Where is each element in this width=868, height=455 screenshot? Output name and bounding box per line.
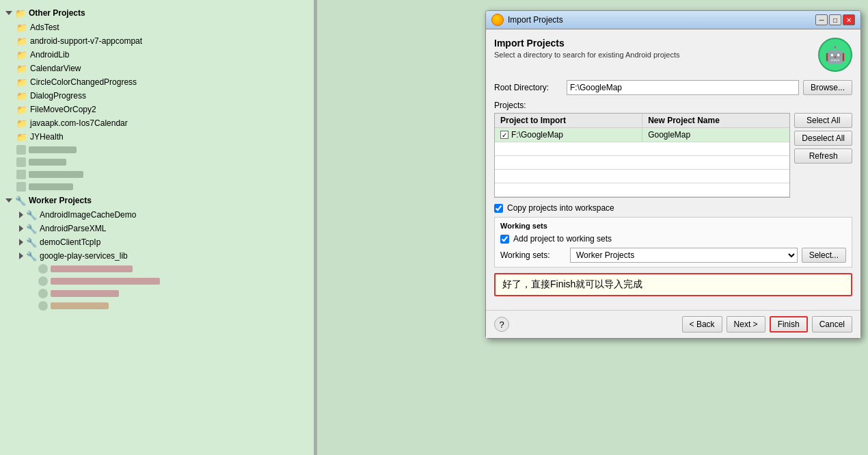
working-sets-group: Working sets Add project to working sets… — [494, 217, 852, 268]
item-label: android-support-v7-appcompat — [30, 36, 142, 46]
titlebar-buttons: ─ □ ✕ — [815, 14, 855, 25]
folder-icon: 📁 — [16, 49, 27, 60]
projects-label: Projects: — [494, 101, 852, 110]
table-empty-row — [495, 142, 789, 156]
row-checkbox[interactable]: ✓ — [500, 131, 508, 139]
folder-icon: 📁 — [16, 63, 27, 74]
item-label-blurred — [29, 171, 83, 178]
dialog-titlebar: Import Projects ─ □ ✕ — [486, 11, 860, 29]
folder-icon: 📁 — [16, 131, 27, 142]
list-item[interactable]: 📁 FileMoveOrCopy2 — [14, 103, 311, 116]
list-item[interactable]: 📁 CalendarView — [14, 62, 311, 75]
select-all-button[interactable]: Select All — [794, 113, 852, 128]
item-label: google-play-services_lib — [40, 251, 128, 261]
item-label: DialogProgress — [30, 91, 86, 101]
worker-projects-children: 🔧 AndroidImageCacheDemo 🔧 AndroidParseXM… — [14, 208, 311, 312]
help-icon[interactable]: ? — [494, 317, 509, 332]
table-action-buttons: Select All Deselect All Refresh — [794, 113, 852, 198]
close-button[interactable]: ✕ — [843, 14, 855, 25]
list-item[interactable]: 🔧 demoClientTcpIp — [14, 235, 311, 249]
browse-button[interactable]: Browse... — [803, 80, 852, 95]
root-directory-input[interactable] — [567, 80, 799, 95]
list-item[interactable]: 📁 CircleColorChangedProgress — [14, 75, 311, 89]
item-label-blurred — [51, 265, 133, 272]
dialog-body: Import Projects Select a directory to se… — [486, 29, 860, 310]
dialog-title-heading: Import Projects — [494, 38, 679, 49]
copy-projects-row: Copy projects into workspace — [494, 203, 852, 213]
folder-icon: 📁 — [15, 8, 26, 18]
item-label-blurred — [51, 290, 119, 297]
finish-button[interactable]: Finish — [770, 316, 808, 333]
item-icon: 🔧 — [26, 223, 37, 234]
worker-projects-header[interactable]: 🔧 Worker Projects — [3, 193, 311, 208]
list-item[interactable] — [14, 168, 311, 181]
refresh-button[interactable]: Refresh — [794, 148, 852, 164]
project-name: GoogleMap — [648, 130, 690, 140]
table-empty-row — [495, 156, 789, 170]
cancel-button[interactable]: Cancel — [812, 316, 852, 333]
tooltip-box: 好了，直接Finish就可以导入完成 — [494, 273, 852, 296]
folder-icon: 📁 — [16, 90, 27, 101]
item-label: FileMoveOrCopy2 — [30, 105, 96, 114]
dialog-header-text: Import Projects Select a directory to se… — [494, 38, 679, 59]
item-label-blurred — [29, 159, 66, 166]
list-item[interactable]: 📁 AdsTest — [14, 21, 311, 34]
table-header: Project to Import New Project Name — [495, 114, 789, 128]
list-item[interactable]: 📁 javaapk.com-Ios7Calendar — [14, 116, 311, 130]
other-projects-header[interactable]: 📁 Other Projects — [3, 5, 311, 21]
copy-projects-label: Copy projects into workspace — [507, 203, 614, 213]
list-item[interactable]: 📁 android-support-v7-appcompat — [14, 34, 311, 48]
other-projects-children: 📁 AdsTest 📁 android-support-v7-appcompat… — [14, 21, 311, 193]
table-empty-row — [495, 183, 789, 197]
expand-icon — [19, 239, 23, 246]
list-item[interactable] — [36, 263, 311, 275]
item-label: AdsTest — [30, 23, 59, 32]
projects-table-wrapper: Project to Import New Project Name ✓ F:\… — [494, 113, 852, 198]
deselect-all-button[interactable]: Deselect All — [794, 131, 852, 146]
list-item[interactable] — [14, 156, 311, 168]
select-working-set-button[interactable]: Select... — [802, 248, 846, 263]
list-item[interactable]: 🔧 AndroidImageCacheDemo — [14, 208, 311, 222]
item-label: demoClientTcpIp — [40, 237, 100, 247]
maximize-button[interactable]: □ — [829, 14, 841, 25]
working-sets-select[interactable]: Worker Projects — [570, 248, 798, 263]
list-item[interactable] — [14, 144, 311, 156]
add-working-sets-label: Add project to working sets — [513, 234, 612, 244]
add-to-working-sets-row: Add project to working sets — [500, 234, 846, 244]
back-button[interactable]: < Back — [682, 316, 722, 333]
expand-icon — [19, 252, 23, 259]
col-name: New Project Name — [642, 114, 789, 127]
import-projects-dialog: Import Projects ─ □ ✕ Import Projects Se… — [485, 10, 861, 339]
list-item[interactable] — [36, 287, 311, 300]
worker-projects-label: Worker Projects — [29, 196, 92, 205]
item-icon: 🔧 — [26, 237, 37, 248]
folder-icon: 📁 — [16, 104, 27, 115]
list-item[interactable] — [36, 300, 311, 312]
item-label-blurred — [51, 278, 160, 285]
table-row[interactable]: ✓ F:\GoogleMap GoogleMap — [495, 128, 789, 142]
list-item[interactable]: 🔧 AndroidParseXML — [14, 222, 311, 235]
item-label: AndroidLib — [30, 50, 69, 60]
add-working-sets-checkbox[interactable] — [500, 235, 509, 244]
project-name-cell: GoogleMap — [642, 128, 789, 142]
item-label: CircleColorChangedProgress — [30, 77, 137, 87]
list-item[interactable]: 📁 JYHealth — [14, 130, 311, 144]
item-icon: 🔧 — [26, 209, 37, 220]
next-button[interactable]: Next > — [727, 316, 765, 333]
projects-table: Project to Import New Project Name ✓ F:\… — [494, 113, 790, 198]
list-item[interactable]: 🔧 google-play-services_lib — [14, 249, 311, 263]
expand-icon — [5, 198, 12, 203]
list-item[interactable]: 📁 AndroidLib — [14, 48, 311, 62]
item-icon — [38, 289, 48, 298]
list-item[interactable] — [14, 181, 311, 193]
table-empty-row — [495, 170, 789, 183]
list-item[interactable] — [36, 275, 311, 287]
item-label-blurred — [29, 183, 73, 190]
item-icon — [38, 264, 48, 274]
minimize-button[interactable]: ─ — [815, 14, 828, 25]
root-directory-label: Root Directory: — [494, 83, 562, 92]
working-sets-select-row: Working sets: Worker Projects Select... — [500, 248, 846, 263]
copy-projects-checkbox[interactable] — [494, 204, 503, 213]
list-item[interactable]: 📁 DialogProgress — [14, 89, 311, 103]
item-label: JYHealth — [30, 132, 64, 142]
